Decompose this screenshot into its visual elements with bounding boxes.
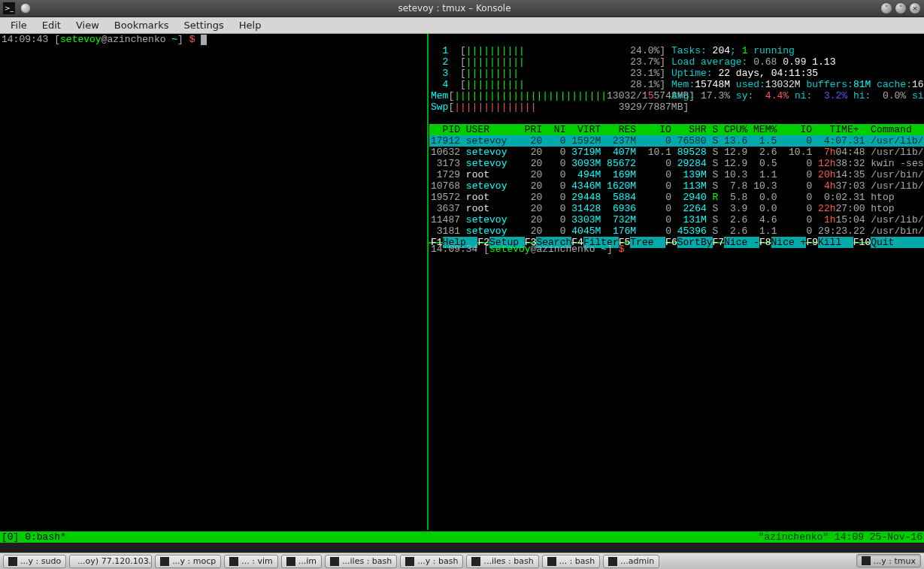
htop-process-row[interactable]: 11487 setevoy 20 0 3303M 732M 0 131M S 2… <box>429 214 924 225</box>
prompt-right-bottom: 14:09:34 [setevoy@azinchenko ~] $ <box>429 244 924 255</box>
terminal-icon <box>405 557 414 566</box>
menu-bookmarks[interactable]: Bookmarks <box>107 18 177 32</box>
tmux-status-right: "azinchenko" 14:09 25-Nov-16 <box>759 531 922 543</box>
menu-bar: File Edit View Bookmarks Settings Help <box>0 17 924 34</box>
prompt-left: 14:09:43 [setevoy@azinchenko ~] $ <box>0 34 427 45</box>
menu-edit[interactable]: Edit <box>35 18 68 32</box>
window-title: setevoy : tmux – Konsole <box>31 3 878 14</box>
taskbar-button[interactable]: ...iles : bash <box>466 555 538 568</box>
terminal-icon <box>471 557 480 566</box>
htop-process-row[interactable]: 19572 root 20 0 29448 5884 0 2940 R 5.8 … <box>429 192 924 203</box>
swap-meter: Swp[|||||||||||||| 3929/7887MB] <box>429 101 924 113</box>
taskbar-button[interactable]: ...oy) 77.120.103.20 <box>69 555 152 568</box>
terminal-icon <box>608 557 617 566</box>
terminal-icon <box>160 557 169 566</box>
window-menu-icon[interactable] <box>20 3 31 14</box>
menu-settings[interactable]: Settings <box>176 18 231 32</box>
terminal-icon <box>229 557 238 566</box>
minimize-icon[interactable]: ˅ <box>880 2 892 14</box>
desktop-taskbar: ...y : sudo...oy) 77.120.103.20...y : mo… <box>0 552 924 569</box>
terminal-icon <box>330 557 339 566</box>
menu-view[interactable]: View <box>68 18 107 32</box>
htop-process-row[interactable]: 3181 setevoy 20 0 4045M 176M 0 45396 S 2… <box>429 225 924 237</box>
taskbar-button[interactable]: ...y : bash <box>400 555 463 568</box>
maximize-icon[interactable]: ˄ <box>895 2 907 14</box>
taskbar-button[interactable]: ...y : tmux <box>856 554 921 567</box>
htop-process-row[interactable]: 1729 root 20 0 494M 169M 0 139M S 10.3 1… <box>429 169 924 180</box>
taskbar-button[interactable]: ...im <box>281 555 322 568</box>
taskbar-button[interactable]: ...iles : bash <box>325 555 397 568</box>
htop-process-row[interactable]: 10768 setevoy 20 0 4346M 1620M 0 113M S … <box>429 180 924 192</box>
terminal-area[interactable]: 14:09:43 [setevoy@azinchenko ~] $ 1 [|||… <box>0 34 924 543</box>
tmux-pane-left[interactable]: 14:09:43 [setevoy@azinchenko ~] $ <box>0 34 427 530</box>
taskbar-button[interactable]: ... : bash <box>542 555 601 568</box>
close-icon[interactable]: × <box>909 2 921 14</box>
terminal-icon <box>286 557 295 566</box>
menu-help[interactable]: Help <box>232 18 269 32</box>
tmux-status-left: [0] 0:bash* <box>2 531 66 543</box>
tmux-status-bar: [0] 0:bash* "azinchenko" 14:09 25-Nov-16 <box>0 531 924 543</box>
tmux-pane-right-bottom[interactable]: 14:09:34 [setevoy@azinchenko ~] $ <box>429 244 924 529</box>
taskbar-button[interactable]: ...admin <box>603 555 659 568</box>
window-titlebar: >_ setevoy : tmux – Konsole ˅ ˄ × <box>0 0 924 17</box>
app-icon: >_ <box>3 2 15 14</box>
htop-process-row[interactable]: 10632 setevoy 20 0 3719M 407M 10.1 89528… <box>429 147 924 158</box>
htop-process-row[interactable]: 3173 setevoy 20 0 3093M 85672 0 29284 S … <box>429 158 924 169</box>
terminal-icon <box>862 556 871 565</box>
htop-header-row[interactable]: PID USER PRI NI VIRT RES IO SHR S CPU% M… <box>429 124 924 135</box>
menu-file[interactable]: File <box>3 18 35 32</box>
htop-process-row[interactable]: 3637 root 20 0 31428 6936 0 2264 S 3.9 0… <box>429 203 924 214</box>
cursor-icon <box>201 35 207 45</box>
taskbar-button[interactable]: ...y : sudo <box>3 555 66 568</box>
tmux-pane-htop[interactable]: 1 [|||||||||| 24.0%] 2 [|||||||||| 23.7%… <box>429 34 924 242</box>
htop-process-row[interactable]: 17912 setevoy 20 0 1592M 237M 0 76580 S … <box>429 135 924 147</box>
taskbar-button[interactable]: ...y : mocp <box>155 555 221 568</box>
tmux-vertical-split <box>427 34 429 530</box>
terminal-icon <box>8 557 17 566</box>
taskbar-button[interactable]: ... : vim <box>224 555 277 568</box>
terminal-icon <box>547 557 556 566</box>
